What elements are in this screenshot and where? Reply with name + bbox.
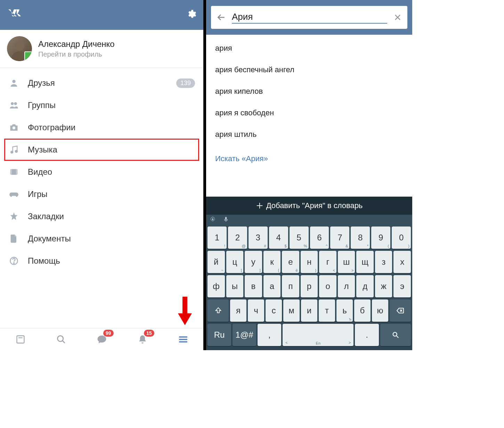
key-к[interactable]: к{	[263, 251, 281, 273]
key-д[interactable]: д	[356, 275, 374, 297]
menu-item-friends[interactable]: Друзья 139	[0, 72, 203, 94]
kb-mic-icon[interactable]	[223, 216, 229, 224]
key-р[interactable]: р	[301, 275, 318, 297]
menu-item-documents[interactable]: Документы	[0, 228, 203, 250]
key-5[interactable]: 5%	[290, 227, 309, 249]
key-shift[interactable]	[208, 299, 229, 322]
menu-item-help[interactable]: Помощь	[0, 250, 203, 272]
profile-row[interactable]: Александр Диченко Перейти в профиль	[0, 30, 203, 68]
key-н[interactable]: н}	[301, 251, 318, 273]
key-и[interactable]: и	[301, 299, 317, 322]
menu-label: Закладки	[28, 212, 195, 221]
key-search[interactable]	[380, 324, 411, 346]
menu-item-music[interactable]: Музыка	[4, 139, 199, 161]
arrow-annotation	[176, 297, 194, 329]
key-с[interactable]: с	[266, 299, 282, 322]
tab-search[interactable]	[53, 331, 70, 348]
key-л[interactable]: л	[338, 275, 355, 297]
key-м[interactable]: м	[283, 299, 300, 322]
avatar	[7, 36, 32, 61]
menu-item-bookmarks[interactable]: Закладки	[0, 205, 203, 228]
key-ж[interactable]: ж	[375, 275, 392, 297]
keyboard-suggestion-bar[interactable]: Добавить "Ария" в словарь	[206, 197, 412, 215]
key-4[interactable]: 4$	[269, 227, 288, 249]
key-0[interactable]: 0)	[392, 227, 411, 249]
key-2[interactable]: 2@	[228, 227, 247, 249]
svg-point-0	[15, 41, 24, 51]
key-ь[interactable]: ьъ	[336, 299, 353, 322]
key-3[interactable]: 3#	[249, 227, 268, 249]
svg-rect-27	[225, 217, 227, 220]
key-з[interactable]: з	[375, 251, 392, 273]
menu-item-photos[interactable]: Фотографии	[0, 116, 203, 139]
key-е[interactable]: её	[282, 251, 299, 273]
help-icon	[8, 255, 19, 266]
tab-menu[interactable]	[175, 331, 192, 348]
suggestion-item[interactable]: ария штиль	[206, 124, 412, 145]
svg-point-6	[11, 151, 13, 153]
tab-notifications[interactable]: 15	[134, 331, 151, 348]
key-б[interactable]: б	[354, 299, 371, 322]
search-input[interactable]	[232, 11, 387, 24]
svg-point-1	[12, 51, 27, 61]
key-т[interactable]: т	[319, 299, 335, 322]
clear-icon[interactable]	[393, 13, 402, 22]
key-7[interactable]: 7&	[330, 227, 349, 249]
key-ы[interactable]: ы	[226, 275, 244, 297]
suggestion-item[interactable]: ария кипелов	[206, 81, 412, 102]
tab-messages[interactable]: 99	[94, 331, 110, 348]
games-icon	[8, 189, 19, 200]
tab-news[interactable]	[12, 331, 29, 348]
svg-point-12	[14, 263, 14, 263]
key-й[interactable]: й~	[208, 251, 225, 273]
key-в[interactable]: в	[245, 275, 262, 297]
menu-item-video[interactable]: Видео	[0, 161, 203, 183]
key-ю[interactable]: ю	[372, 299, 388, 322]
key-ч[interactable]: ч	[248, 299, 264, 322]
suggestions-list: арияария беспечный ангелария кипеловария…	[206, 35, 412, 148]
photos-icon	[8, 122, 19, 133]
menu-badge: 139	[176, 79, 195, 88]
key-а[interactable]: а	[263, 275, 281, 297]
key-э[interactable]: э	[393, 275, 411, 297]
key-ш[interactable]: ш>	[338, 251, 355, 273]
key-ц[interactable]: ц[	[226, 251, 244, 273]
suggestion-item[interactable]: ария беспечный ангел	[206, 59, 412, 81]
messages-badge: 99	[103, 330, 114, 337]
profile-text: Александр Диченко Перейти в профиль	[38, 39, 115, 58]
key-о[interactable]: о	[319, 275, 336, 297]
key-comma[interactable]: ,	[258, 324, 281, 346]
search-screen: арияария беспечный ангелария кипеловария…	[206, 0, 412, 350]
back-icon[interactable]	[217, 13, 226, 22]
key-symbols[interactable]: 1@#	[233, 324, 256, 346]
svg-point-5	[13, 126, 15, 129]
key-1[interactable]: 1!	[208, 227, 227, 249]
key-ф[interactable]: ф	[208, 275, 225, 297]
menu-label: Музыка	[28, 145, 195, 155]
key-г[interactable]: г<	[319, 251, 336, 273]
menu-label: Помощь	[28, 256, 195, 266]
key-dot[interactable]: .	[355, 324, 379, 346]
key-п[interactable]: п	[282, 275, 299, 297]
suggestion-item[interactable]: ария	[206, 38, 412, 59]
key-я[interactable]: я	[230, 299, 246, 322]
key-у[interactable]: у]	[245, 251, 262, 273]
key-8[interactable]: 8*	[351, 227, 370, 249]
settings-icon[interactable]	[186, 9, 196, 21]
key-6[interactable]: 6^	[310, 227, 329, 249]
menu-item-groups[interactable]: Группы	[0, 94, 203, 116]
svg-point-2	[12, 80, 15, 83]
documents-icon	[8, 233, 19, 244]
key-щ[interactable]: щ	[356, 251, 374, 273]
key-9[interactable]: 9(	[371, 227, 390, 249]
key-space[interactable]: En<>	[283, 324, 353, 346]
kb-settings-icon[interactable]	[210, 216, 216, 224]
suggestion-item[interactable]: ария я свободен	[206, 102, 412, 124]
key-backspace[interactable]	[390, 299, 411, 322]
key-х[interactable]: х	[393, 251, 411, 273]
key-lang[interactable]: Ru	[208, 324, 231, 346]
svg-point-4	[14, 102, 17, 105]
menu-item-games[interactable]: Игры	[0, 183, 203, 205]
keyboard: Добавить "Ария" в словарь 1!2@3#4$5%6^7&…	[206, 197, 412, 350]
search-link[interactable]: Искать «Ария»	[206, 148, 412, 170]
